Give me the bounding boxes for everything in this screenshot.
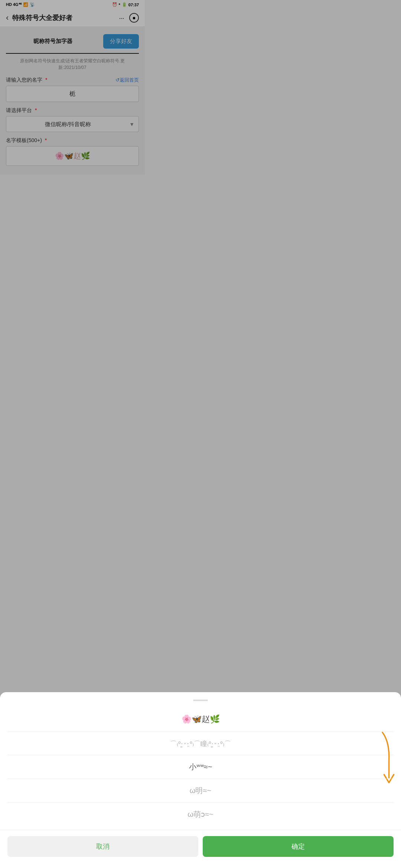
- modal-overlay[interactable]: [0, 0, 145, 313]
